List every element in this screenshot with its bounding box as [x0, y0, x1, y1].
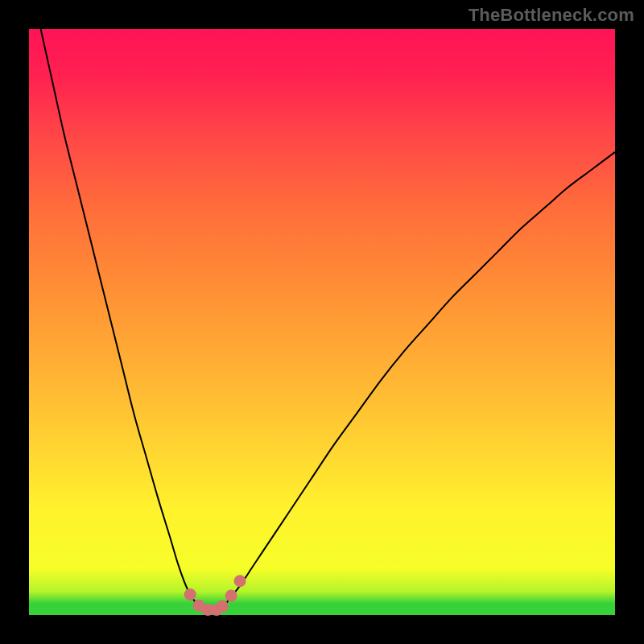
trough-dot — [217, 601, 229, 613]
watermark-text: TheBottleneck.com — [469, 5, 634, 26]
curve-right-branch — [229, 152, 615, 601]
trough-dots — [184, 575, 246, 616]
trough-dot — [184, 588, 196, 601]
trough-dot — [234, 575, 246, 587]
curve-left-branch — [41, 29, 196, 603]
trough-dot — [225, 589, 237, 601]
chart-panel — [29, 29, 615, 615]
chart-svg — [29, 29, 615, 615]
